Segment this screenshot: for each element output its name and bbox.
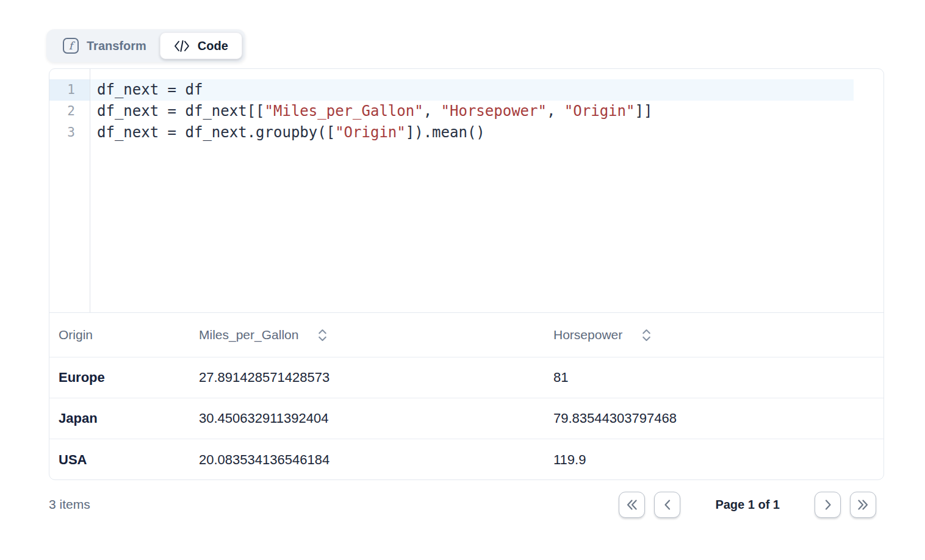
line-number: 2 (49, 101, 90, 122)
code-token: df_next = df (97, 81, 203, 98)
sort-button[interactable] (641, 328, 652, 343)
table-footer: 3 items Page 1 of 1 (49, 487, 876, 522)
column-header-horsepower: Horsepower (544, 328, 884, 343)
code-text: df_next = df_next.groupby(["Origin"]).me… (90, 122, 485, 143)
app-window: f Transform Code 1 df_next = df 2 df_nex… (0, 0, 925, 560)
table-row: Japan 30.450632911392404 79.835443037974… (49, 398, 884, 439)
view-switcher: f Transform Code (46, 29, 245, 62)
table-row: USA 20.083534136546184 119.9 (49, 439, 884, 480)
sort-button[interactable] (317, 328, 328, 343)
column-header-label: Miles_per_Gallon (199, 328, 298, 342)
tab-transform[interactable]: f Transform (49, 32, 160, 59)
sort-icon (318, 329, 327, 342)
miles-per-gallon-cell: 20.083534136546184 (190, 452, 544, 468)
code-text: df_next = df (90, 79, 203, 101)
horsepower-cell: 119.9 (544, 452, 884, 468)
gutter-divider (90, 69, 90, 312)
table-row: Europe 27.891428571428573 81 (49, 357, 884, 398)
tab-code-label: Code (198, 39, 228, 53)
origin-cell: Europe (49, 370, 190, 386)
horsepower-cell: 79.83544303797468 (544, 411, 884, 426)
chevron-right-icon (824, 500, 832, 510)
tab-code[interactable]: Code (160, 32, 242, 59)
miles-per-gallon-cell: 27.891428571428573 (190, 370, 544, 386)
last-page-button[interactable] (850, 492, 876, 518)
function-icon: f (63, 38, 79, 54)
sort-icon (642, 329, 651, 342)
origin-cell: Japan (49, 411, 190, 426)
first-page-button[interactable] (619, 492, 645, 518)
code-token: ]] (635, 102, 652, 120)
code-token: df_next = df_next[[ (97, 102, 265, 120)
tab-transform-label: Transform (87, 39, 146, 53)
code-icon (174, 40, 190, 52)
code-token: , (423, 102, 441, 120)
chevron-left-icon (664, 500, 671, 510)
origin-cell: USA (49, 452, 190, 468)
column-header-label: Origin (59, 328, 93, 342)
column-header-origin: Origin (49, 328, 190, 342)
string-token: "Origin" (564, 102, 635, 120)
line-number: 1 (49, 79, 90, 101)
items-count: 3 items (49, 497, 90, 512)
previous-page-button[interactable] (654, 492, 680, 518)
double-chevron-left-icon (626, 500, 638, 510)
next-page-button[interactable] (815, 492, 841, 518)
line-number: 3 (49, 122, 90, 143)
column-header-miles-per-gallon: Miles_per_Gallon (190, 328, 544, 343)
code-text: df_next = df_next[["Miles_per_Gallon", "… (90, 101, 652, 122)
table-header-row: Origin Miles_per_Gallon Horsepower (49, 313, 884, 357)
code-line: 3 df_next = df_next.groupby(["Origin"]).… (49, 122, 854, 143)
string-token: "Horsepower" (441, 102, 547, 120)
double-chevron-right-icon (857, 500, 869, 510)
code-line: 1 df_next = df (49, 79, 854, 101)
string-token: "Miles_per_Gallon" (265, 102, 423, 120)
code-editor[interactable]: 1 df_next = df 2 df_next = df_next[["Mil… (49, 69, 884, 313)
code-line: 2 df_next = df_next[["Miles_per_Gallon",… (49, 101, 854, 122)
miles-per-gallon-cell: 30.450632911392404 (190, 411, 544, 426)
code-token: df_next = df_next.groupby([ (97, 124, 335, 141)
string-token: "Origin" (335, 124, 406, 141)
code-token: ]).mean() (406, 124, 485, 141)
horsepower-cell: 81 (544, 370, 884, 386)
column-header-label: Horsepower (553, 328, 622, 342)
page-indicator: Page 1 of 1 (715, 498, 780, 512)
code-and-results-panel: 1 df_next = df 2 df_next = df_next[["Mil… (49, 68, 884, 480)
pagination: Page 1 of 1 (619, 492, 876, 518)
code-token: , (547, 102, 564, 120)
